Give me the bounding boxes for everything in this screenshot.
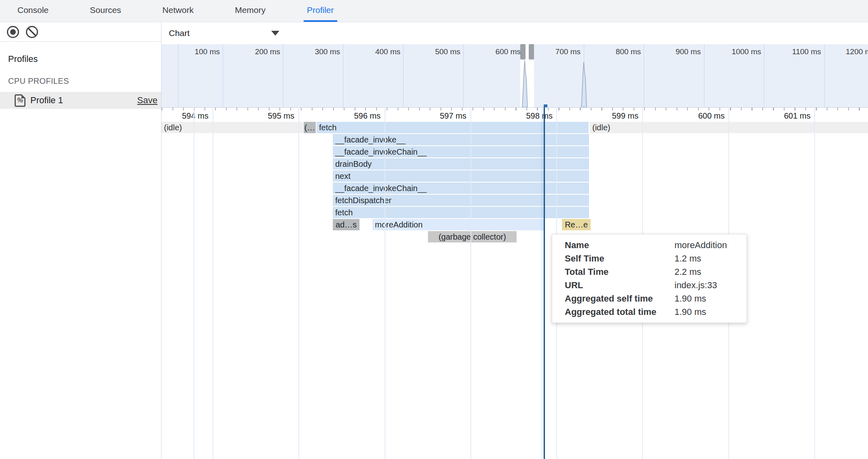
tooltip-value: index.js:33 [674,278,738,292]
tooltip-label: Aggregated self time [565,292,674,305]
overview-tick: 1200 ms [846,47,868,56]
timeline-cursor-line[interactable] [544,107,545,459]
tab-profiler[interactable]: Profiler [304,0,337,22]
ruler-tick: 595 ms [246,111,294,121]
flame-chart: (idle) (… fetch (idle) __facade_invoke__… [162,122,868,459]
cpu-activity-spike [581,62,587,107]
frame-idle[interactable]: (idle) [590,122,868,133]
overview-tick: 600 ms [472,47,521,56]
chart-toolbar: Chart [162,22,868,44]
chevron-down-icon [271,31,279,36]
cpu-activity-spike [522,60,528,107]
frame-fetch[interactable]: fetch [317,122,589,133]
view-mode-dropdown[interactable]: Chart [169,26,279,40]
overview-tick: 200 ms [232,47,280,56]
profiles-heading: Profiles [8,54,161,64]
overview-cursor-tick [544,104,547,107]
ruler-tick: 594 ms [162,111,208,121]
profiler-main-pane: Chart 100 ms 200 ms 300 ms 400 ms 500 ms… [162,22,868,459]
tooltip-label: URL [565,278,674,292]
devtools-tab-bar: Console Sources Network Memory Profiler [0,0,868,22]
record-dot [10,29,16,35]
tab-console[interactable]: Console [14,0,52,22]
frame-next[interactable]: next [333,170,589,182]
ruler-tick: 599 ms [590,111,638,121]
overview-tick: 1000 ms [713,47,761,56]
frame-idle[interactable]: (idle) [162,122,303,133]
overview-tick: 800 ms [592,47,641,56]
frame-garbage-collector[interactable]: (garbage collector) [428,231,517,242]
cpu-profiles-section-heading: CPU PROFILES [8,76,161,86]
tooltip-value: 1.90 ms [674,292,738,305]
frame-facade-invokechain[interactable]: __facade_invokeChain__ [333,183,589,194]
overview-tick: 900 ms [652,47,701,56]
overview-tick: 500 ms [412,47,460,56]
profile-name: Profile 1 [30,95,63,106]
clear-icon[interactable] [26,26,38,38]
tooltip-label: Total Time [565,265,674,278]
tooltip-label: Aggregated total time [565,305,674,319]
frame-response-truncated[interactable]: Re…e [562,219,591,230]
tooltip-value: 1.90 ms [674,305,738,319]
sidebar-toolbar [0,22,161,42]
profiler-sidebar: Profiles CPU PROFILES % Profile 1 Save [0,22,162,459]
frame-drainbody[interactable]: drainBody [333,158,589,170]
selection-left-handle[interactable] [520,44,525,60]
overview-tick: 400 ms [352,47,400,56]
tooltip-value: 1.2 ms [674,252,738,265]
minor-ticks [162,108,868,110]
tooltip-value: 2.2 ms [674,265,738,278]
tooltip-label: Self Time [565,252,674,265]
frame-moreaddition[interactable]: moreAddition [372,219,544,230]
tooltip-label: Name [565,238,674,252]
record-icon[interactable] [7,26,19,38]
tab-sources[interactable]: Sources [87,0,124,22]
tab-memory[interactable]: Memory [232,0,269,22]
frame-collapsed[interactable]: (… [304,122,316,133]
ruler-tick: 596 ms [332,111,381,121]
profile-document-icon: % [15,94,26,107]
view-mode-value: Chart [169,28,189,38]
detail-ruler: 594 ms 595 ms 596 ms 597 ms 598 ms 599 m… [162,107,868,122]
save-link[interactable]: Save [137,95,157,106]
tab-network[interactable]: Network [159,0,197,22]
overview-tick: 700 ms [532,47,581,56]
profile-list-item[interactable]: % Profile 1 Save [0,92,161,109]
overview-tick: 300 ms [291,47,340,56]
overview-timeline[interactable]: 100 ms 200 ms 300 ms 400 ms 500 ms 600 m… [162,44,868,107]
selection-right-handle[interactable] [529,44,534,60]
frame-addnumbers-truncated[interactable]: ad…s [333,219,360,230]
overview-tick: 100 ms [171,47,220,56]
ruler-tick: 601 ms [762,111,811,121]
tooltip-value: moreAddition [674,238,738,252]
frame-facade-invokechain[interactable]: __facade_invokeChain__ [333,146,589,157]
frame-details-tooltip: NamemoreAddition Self Time1.2 ms Total T… [552,234,747,323]
ruler-tick: 597 ms [418,111,466,121]
overview-tick: 1100 ms [772,47,821,56]
folded-corner [21,94,26,98]
ruler-tick: 600 ms [676,111,725,121]
frame-facade-invoke[interactable]: __facade_invoke__ [333,134,589,145]
ruler-tick: 598 ms [504,111,553,121]
frame-fetchdispatcher[interactable]: fetchDispatcher [333,195,589,206]
frame-fetch[interactable]: fetch [333,207,589,218]
